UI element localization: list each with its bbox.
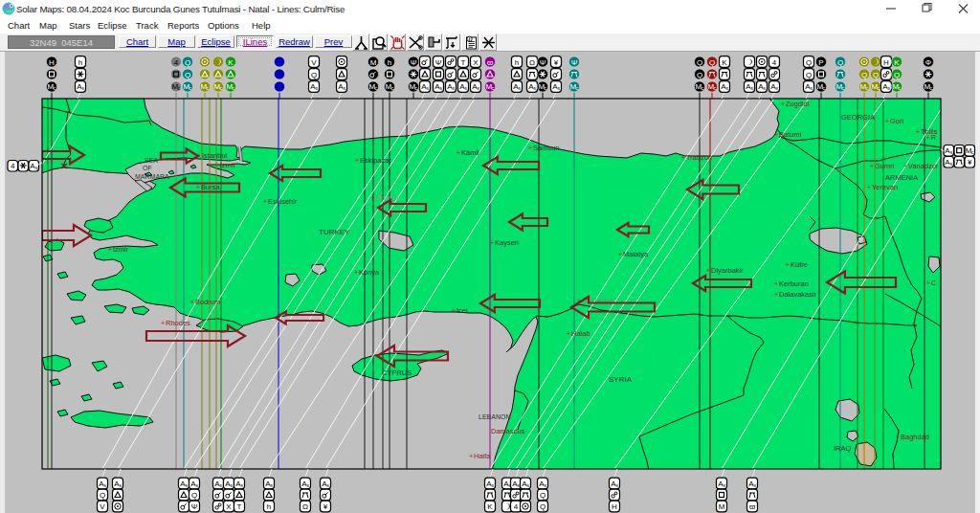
svg-text:h: h — [515, 58, 519, 67]
svg-text:SYRIA: SYRIA — [609, 375, 633, 384]
svg-text:Gori: Gori — [890, 117, 904, 125]
svg-text:SEA: SEA — [145, 157, 158, 164]
svg-text:Ψ: Ψ — [540, 58, 546, 67]
svg-text:CYPRUS: CYPRUS — [382, 368, 412, 377]
svg-text:Icel: Icel — [457, 306, 468, 315]
svg-text:Φ: Φ — [925, 58, 931, 67]
svg-text:K: K — [487, 502, 493, 511]
svg-text:X: X — [226, 502, 232, 511]
svg-text:ARMENIA: ARMENIA — [885, 173, 918, 182]
svg-text:Ω: Ω — [529, 58, 535, 67]
svg-text:Bodrum: Bodrum — [195, 298, 220, 306]
svg-text:GEORGIA: GEORGIA — [841, 113, 875, 122]
svg-text:Batumi: Batumi — [779, 130, 802, 139]
svg-text:T: T — [237, 502, 242, 511]
svg-text:OF: OF — [143, 165, 152, 171]
svg-text:M: M — [370, 58, 377, 67]
svg-text:Q: Q — [697, 71, 702, 79]
svg-text:Q: Q — [709, 58, 715, 67]
svg-text:4: 4 — [772, 58, 777, 67]
svg-text:Kerburan: Kerburan — [779, 279, 809, 288]
svg-text:Trabzon: Trabzon — [686, 153, 712, 162]
svg-text:Q: Q — [873, 71, 879, 79]
svg-text:MARMARA: MARMARA — [135, 173, 169, 180]
svg-text:Q: Q — [806, 58, 812, 67]
svg-text:Q: Q — [185, 71, 190, 79]
svg-text:Konya: Konya — [359, 268, 380, 277]
svg-text:Samsun: Samsun — [533, 144, 560, 152]
svg-text:Ω: Ω — [302, 502, 308, 511]
svg-text:P: P — [818, 58, 823, 67]
svg-text:h: h — [267, 502, 271, 511]
svg-text:K: K — [722, 58, 727, 67]
svg-text:4: 4 — [514, 502, 519, 511]
svg-text:Q: Q — [540, 502, 546, 511]
svg-text:4: 4 — [11, 162, 15, 170]
svg-text:Q: Q — [100, 491, 105, 500]
svg-text:Eskipazar: Eskipazar — [360, 156, 391, 165]
svg-text:Q: Q — [806, 71, 812, 79]
svg-text:Damascus: Damascus — [491, 427, 525, 435]
svg-text:ϖ: ϖ — [487, 58, 493, 67]
svg-text:Q: Q — [894, 71, 900, 79]
svg-text:Zugdidi: Zugdidi — [786, 100, 810, 108]
svg-text:Q: Q — [311, 71, 317, 79]
svg-text:H: H — [49, 58, 55, 67]
svg-text:Küfre: Küfre — [791, 260, 808, 269]
svg-text:h: h — [78, 58, 82, 67]
svg-text:ϖ: ϖ — [749, 502, 755, 511]
svg-text:+: + — [926, 279, 930, 286]
svg-text:Baghdad: Baghdad — [901, 433, 929, 441]
svg-text:Q: Q — [540, 491, 546, 500]
svg-text:C: C — [931, 279, 936, 286]
svg-text:X: X — [473, 58, 479, 67]
svg-text:Q: Q — [837, 58, 843, 67]
svg-text:+: + — [926, 134, 930, 141]
svg-text:Eskisehir: Eskisehir — [268, 197, 298, 206]
svg-text:K: K — [894, 58, 900, 67]
svg-text:Haifa: Haifa — [474, 452, 491, 460]
svg-text:H: H — [883, 58, 889, 67]
svg-text:LEBANON: LEBANON — [479, 413, 510, 420]
svg-text:Malatya: Malatya — [623, 250, 649, 258]
svg-text:TURKEY: TURKEY — [319, 228, 350, 236]
svg-text:¥: ¥ — [553, 58, 559, 67]
svg-text:¥: ¥ — [967, 158, 972, 167]
svg-text:i: i — [469, 35, 471, 42]
svg-text:Rhodes: Rhodes — [166, 319, 190, 327]
svg-text:Vanadzor: Vanadzor — [908, 162, 939, 170]
svg-text:Yerevan: Yerevan — [872, 183, 898, 191]
svg-text:Q: Q — [185, 58, 190, 67]
svg-text:Gumri: Gumri — [875, 162, 895, 170]
svg-text:Kâmil: Kâmil — [461, 148, 479, 157]
svg-text:R: R — [931, 134, 936, 141]
svg-text:Ψ: Ψ — [411, 58, 417, 67]
svg-text:Q: Q — [697, 58, 702, 67]
svg-text:Izmit: Izmit — [220, 161, 236, 169]
svg-text:¥: ¥ — [323, 502, 328, 511]
svg-text:V: V — [311, 58, 317, 67]
svg-text:M: M — [719, 502, 725, 511]
svg-text:Dalavakasir: Dalavakasir — [779, 290, 817, 299]
svg-text:K: K — [228, 58, 234, 67]
svg-text:Izmir: Izmir — [113, 245, 129, 254]
svg-text:Q: Q — [861, 71, 867, 79]
svg-text:Ψ: Ψ — [435, 58, 442, 67]
svg-text:T: T — [461, 58, 466, 67]
svg-text:Q: Q — [191, 491, 197, 500]
svg-text:h: h — [388, 58, 391, 67]
svg-text:4: 4 — [174, 58, 179, 67]
svg-text:Kayseri: Kayseri — [495, 238, 519, 247]
svg-text:H: H — [612, 502, 617, 511]
svg-text:Ψ: Ψ — [571, 58, 578, 67]
svg-text:Diyarbakir: Diyarbakir — [711, 266, 744, 275]
svg-text:Halab: Halab — [571, 329, 590, 338]
svg-text:Ψ: Ψ — [191, 502, 198, 511]
svg-text:IRAQ: IRAQ — [834, 444, 852, 453]
svg-text:V: V — [100, 502, 105, 511]
svg-text:Istanbul: Istanbul — [202, 151, 228, 160]
